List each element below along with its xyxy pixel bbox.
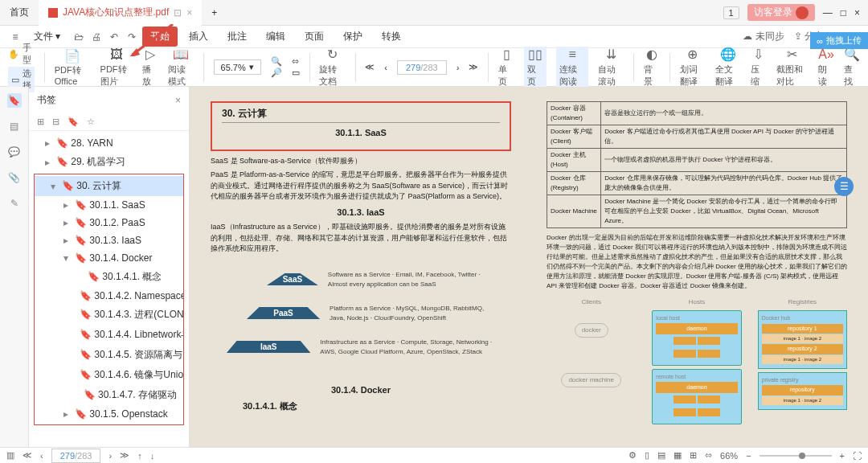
- tab-home[interactable]: 首页: [0, 0, 39, 26]
- bookmark-item[interactable]: 🔖 30.1.4.5. 资源隔离与CGroups: [35, 345, 183, 365]
- attachments-icon[interactable]: 📎: [7, 170, 22, 185]
- footer-last-icon[interactable]: ≫: [120, 450, 129, 461]
- footer-fit-icon[interactable]: ⬄: [705, 450, 712, 461]
- footer-page-input[interactable]: 279/283: [51, 449, 101, 463]
- signature-icon[interactable]: ✎: [7, 196, 22, 211]
- close-panel-icon[interactable]: ×: [175, 95, 181, 106]
- menu-protect[interactable]: 保护: [335, 27, 371, 47]
- maximize-icon[interactable]: □: [841, 7, 846, 18]
- bookmarks-panel: 书签 × ⊞ ⊟ 🔖 ☆ ▸ 🔖 28. YARN▸ 🔖 29. 机器学习▾ 🔖…: [29, 87, 190, 447]
- footer-view2-icon[interactable]: ▤: [657, 450, 665, 461]
- page-left: 30. 云计算 30.1.1. SaaS SaaS 是 Software-as-…: [196, 93, 526, 440]
- bookmark-item[interactable]: 🔖 30.1.4.6. 镜像与UnionFS: [35, 365, 183, 385]
- footer-view3-icon[interactable]: ▦: [674, 450, 682, 461]
- word-translate[interactable]: ⊕划词翻译: [680, 47, 706, 88]
- pdf-to-office[interactable]: 📄PDF转Office: [55, 48, 91, 86]
- bookmark-item[interactable]: ▸ 🔖 29. 机器学习: [29, 152, 189, 172]
- bookmark-item[interactable]: ▸ 🔖 30.1.2. PaaS: [35, 214, 183, 232]
- hand-tool[interactable]: ✋手型: [8, 42, 35, 66]
- tab-new[interactable]: +: [202, 0, 227, 26]
- bookmark-item[interactable]: ▾ 🔖 30.1.4. Docker: [35, 249, 183, 267]
- left-sidebar: 🔖 ▤ 💬 📎 ✎: [0, 87, 29, 447]
- screenshot-compare[interactable]: ✂截图和对比: [776, 47, 809, 88]
- fit-page-icon[interactable]: ▭: [292, 68, 300, 78]
- pdf-to-image[interactable]: 🖼PDF转图片: [100, 47, 133, 88]
- tts[interactable]: A»朗读: [818, 47, 834, 88]
- compress[interactable]: ⇩压缩: [751, 47, 767, 88]
- single-page[interactable]: ▯单页: [498, 47, 514, 88]
- tab-close-icon[interactable]: ×: [186, 7, 192, 18]
- bookmark-item[interactable]: 🔖 30.1.4.3. 进程(CLONE_NEWPID 实现的进程隔离): [35, 305, 183, 325]
- zoom-out-icon[interactable]: 🔎: [271, 68, 282, 78]
- close-window-icon[interactable]: ×: [854, 7, 860, 18]
- play-button[interactable]: ▷播放: [142, 47, 158, 88]
- double-page[interactable]: ▯▯双页: [524, 47, 547, 88]
- menu-edit[interactable]: 编辑: [258, 27, 293, 47]
- open-icon[interactable]: 🗁: [72, 30, 86, 44]
- bookmark-item[interactable]: 🔖 30.1.4.7. 存储驱动: [35, 385, 183, 405]
- bookmark-item[interactable]: 🔖 30.1.4.2. Namespaces: [35, 287, 183, 305]
- float-tools-icon[interactable]: ☰: [834, 177, 854, 196]
- footer-view4-icon[interactable]: ⊞: [690, 450, 697, 461]
- footer-settings-icon[interactable]: ⚙: [628, 450, 637, 461]
- document-area[interactable]: ☰ 30. 云计算 30.1.1. SaaS SaaS 是 Software-a…: [190, 87, 868, 447]
- menu-page[interactable]: 页面: [297, 27, 332, 47]
- footer-panel-icon[interactable]: ▥: [6, 450, 14, 461]
- read-mode[interactable]: 📖阅读模式: [168, 47, 194, 88]
- fit-width-icon[interactable]: ⬄: [292, 56, 300, 67]
- bookmark-item[interactable]: 🔖 30.1.4.1. 概念: [35, 267, 183, 287]
- upload-tag[interactable]: ∞拖拽上传: [810, 32, 868, 49]
- footer-next-icon[interactable]: ›: [108, 451, 112, 461]
- tab-file[interactable]: JAVA核心知识点整理.pdf ⊡ ×: [39, 0, 202, 26]
- find[interactable]: 🔍查找: [844, 47, 860, 88]
- zoom-in-icon[interactable]: 🔍: [271, 56, 282, 67]
- footer-up-icon[interactable]: ↑: [137, 451, 142, 461]
- rotate-button[interactable]: ↻旋转文档: [319, 47, 345, 88]
- nav-prev-icon[interactable]: ‹: [384, 63, 387, 72]
- footer-prev-icon[interactable]: ‹: [40, 451, 43, 461]
- menu-start[interactable]: 开始: [142, 27, 178, 47]
- comments-icon[interactable]: 💬: [7, 145, 22, 159]
- bookmark-item[interactable]: ▸ 🔖 30.1.1. SaaS: [35, 196, 183, 214]
- page-input[interactable]: 279/283: [397, 60, 447, 75]
- menu-insert[interactable]: 插入: [181, 27, 216, 47]
- minimize-icon[interactable]: —: [823, 7, 833, 18]
- zoom-slider[interactable]: [760, 455, 832, 457]
- bookmark-item[interactable]: ▸ 🔖 30.1.5. Openstack: [35, 405, 183, 423]
- nav-next-icon[interactable]: ›: [457, 63, 460, 72]
- login-button[interactable]: 访客登录: [747, 4, 815, 21]
- menu-convert[interactable]: 转换: [374, 27, 409, 47]
- collapse-all-icon[interactable]: ⊟: [52, 117, 59, 127]
- continuous-read[interactable]: ≡连续阅读: [556, 47, 588, 88]
- footer-view1-icon[interactable]: ▯: [645, 450, 649, 461]
- bookmark-item[interactable]: 🔖 30.1.4.4. Libnetwork与网络隔离: [35, 325, 183, 345]
- avatar: [796, 6, 809, 19]
- sync-status[interactable]: ☁ 未同步: [743, 30, 784, 43]
- bookmark-item[interactable]: ▸ 🔖 28. YARN: [29, 134, 189, 152]
- expand-all-icon[interactable]: ⊞: [37, 117, 44, 127]
- print-icon[interactable]: 🖨: [89, 30, 104, 44]
- undo-icon[interactable]: ↶: [107, 30, 121, 44]
- zoom-in-footer[interactable]: +: [840, 451, 845, 461]
- background[interactable]: ◐背景: [644, 47, 660, 88]
- zoom-value: 66%: [720, 451, 738, 461]
- thumbnails-icon[interactable]: ▤: [7, 119, 22, 133]
- redo-icon[interactable]: ↷: [125, 30, 139, 44]
- bookmark-item[interactable]: ▾ 🔖 30. 云计算: [35, 176, 183, 196]
- autoscroll[interactable]: ⇊自动滚动: [598, 47, 624, 88]
- bookmark-item[interactable]: ▸ 🔖 30.1.3. IaaS: [35, 232, 183, 249]
- window-count[interactable]: 1: [723, 6, 739, 19]
- footer-first-icon[interactable]: ≪: [23, 450, 32, 461]
- zoom-out-footer[interactable]: −: [746, 451, 751, 461]
- nav-first-icon[interactable]: ≪: [365, 62, 375, 72]
- zoom-input[interactable]: 65.7%▾: [214, 59, 261, 75]
- tab-pin-icon[interactable]: ⊡: [174, 7, 182, 18]
- footer-down-icon[interactable]: ↓: [150, 451, 155, 461]
- nav-last-icon[interactable]: ≫: [469, 62, 478, 72]
- fullscreen-icon[interactable]: ⛶: [853, 451, 862, 461]
- full-translate[interactable]: 🌐全文翻译: [715, 47, 741, 88]
- star-icon[interactable]: ☆: [87, 117, 95, 127]
- menu-annotate[interactable]: 批注: [219, 27, 255, 47]
- bookmark-tab-icon[interactable]: 🔖: [7, 93, 22, 108]
- new-bookmark-icon[interactable]: 🔖: [68, 117, 79, 127]
